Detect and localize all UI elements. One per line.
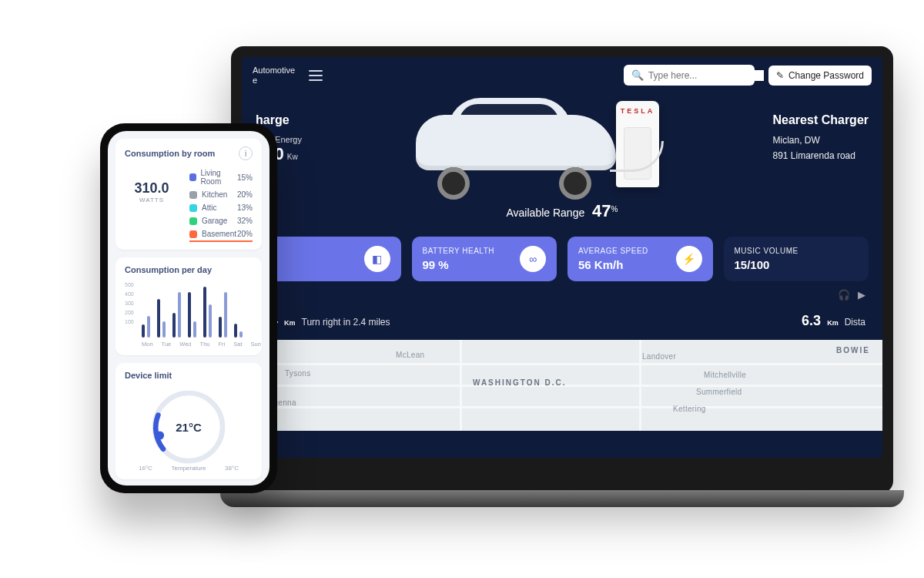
bar [209,304,212,338]
info-icon[interactable]: i [239,146,253,160]
stat-label: BATTERY HEALTH [423,247,495,255]
nav-dist1-unit: Km [284,319,296,327]
bar [172,313,176,338]
map-label: BOWIE [836,346,870,355]
legend-color-icon [189,191,197,199]
legend-color-icon [189,173,196,181]
laptop-frame: Automotive e 🔍 ✎ Change Password harge r… [231,46,893,493]
x-tick: Sun [251,341,261,348]
nav-instruction: Turn right in 2.4 miles [302,317,390,328]
speed-icon: ⚡ [676,246,702,272]
legend-row[interactable]: Living Room15% [189,166,253,188]
consumption-by-room-card: Consumption by room i 310.0 WATTS Living… [116,139,262,250]
legend-room-pct: 20% [237,190,253,199]
bar-group [188,292,196,338]
room-legend: Living Room15%Kitchen20%Attic13%Garage32… [189,166,253,242]
y-axis: 500400300200100 [125,281,134,327]
stat-card-volume[interactable]: MUSIC VOLUME 15/100 [724,237,869,281]
x-axis: MonTueWedThuFriSatSun [125,338,253,348]
watts-unit: WATTS [125,197,179,203]
bar [157,299,160,338]
media-controls: 🎧 ▶ [242,281,882,301]
nearest-title: Nearest Charger [773,113,869,127]
device-limit-card: Device limit 21°C 16°C Temperature 38°C [116,363,262,479]
phone-frame: Consumption by room i 310.0 WATTS Living… [100,123,277,493]
legend-room-name: Attic [202,203,216,212]
nav-dist2: 6.3 [802,313,821,329]
legend-room-pct: 13% [237,203,253,212]
nav-dist2-unit: Km [827,319,839,327]
available-range: Available Range 47% [507,201,618,221]
legend-color-icon [189,204,197,212]
legend-row[interactable]: Garage32% [189,214,253,227]
app-brand: Automotive e [253,66,295,84]
legend-row[interactable]: Attic13% [189,201,253,214]
brand-line1: Automotive [253,66,295,75]
range-unit: % [611,205,618,213]
bar [239,331,243,338]
change-password-label: Change Password [788,70,864,81]
charger-brand: TESLA [616,107,659,115]
map-label: Landover [642,352,676,361]
limit-card-title: Device limit [125,371,253,380]
bar [188,292,191,338]
watts-value: 310.0 [125,180,179,197]
x-tick: Tue [162,341,172,348]
headphones-icon[interactable]: 🎧 [838,289,850,301]
map[interactable]: McLean Tysons Vienna WASHINGTON D.C. Lan… [242,340,882,431]
x-tick: Fri [218,341,225,348]
y-tick: 100 [125,318,134,327]
bar-group [142,316,150,338]
search-input[interactable] [648,70,764,81]
vehicle-image: TESLA [416,87,708,195]
navigation-row: 2.4Km Turn right in 2.4 miles 6.3Km Dist… [242,301,882,334]
bar [162,321,166,338]
map-label: WASHINGTON D.C. [473,378,566,387]
x-tick: Wed [179,341,191,348]
play-icon[interactable]: ▶ [858,289,865,301]
legend-room-name: Basement [202,230,236,238]
search-box[interactable]: 🔍 [624,65,755,86]
bar [178,292,181,338]
legend-room-name: Living Room [201,169,237,186]
stat-value: 15/100 [735,258,798,271]
stat-value: 56 Km/h [578,258,648,271]
nearest-line1: Miclan, DW [773,135,869,146]
stat-card-speed[interactable]: AVERAGE SPEED 56 Km/h ⚡ [567,237,713,281]
y-tick: 400 [125,290,134,299]
stat-value: 99 % [423,258,495,271]
bar-group [203,287,212,338]
edit-icon: ✎ [776,70,784,81]
stat-card-extra[interactable]: ◧ [256,237,401,281]
legend-room-pct: 20% [237,230,253,238]
gauge-value: 21°C [146,385,231,469]
legend-color-icon [189,217,197,225]
total-watts: 310.0 WATTS [125,180,179,203]
day-card-title: Consumption per day [125,265,253,274]
energy-unit: Kw [287,153,298,161]
bar [147,316,150,338]
nav-remaining: 6.3Km Dista [802,313,865,329]
bar [203,287,206,338]
change-password-button[interactable]: ✎ Change Password [768,66,872,86]
legend-row[interactable]: Basement20% [189,227,253,242]
legend-room-name: Garage [202,217,227,225]
legend-row[interactable]: Kitchen20% [189,188,253,201]
brand-line2: e [253,76,295,85]
y-tick: 200 [125,308,134,318]
bar-chart [125,282,253,338]
map-label: Mitchellville [704,371,746,379]
bar-group [219,292,227,338]
automotive-app: Automotive e 🔍 ✎ Change Password harge r… [242,57,882,458]
map-label: Kettering [673,405,706,413]
temperature-gauge[interactable]: 21°C [146,385,231,469]
legend-room-pct: 32% [237,217,253,225]
x-tick: Mon [142,341,153,348]
map-label: Summerfield [696,388,742,396]
search-icon: 🔍 [631,69,644,81]
menu-icon[interactable] [309,70,323,81]
nearest-line2: 891 Limarenda road [773,150,869,161]
stat-card-battery[interactable]: BATTERY HEALTH 99 % ∞ [412,237,557,281]
bar-group [234,324,243,338]
stat-label: MUSIC VOLUME [735,247,798,255]
